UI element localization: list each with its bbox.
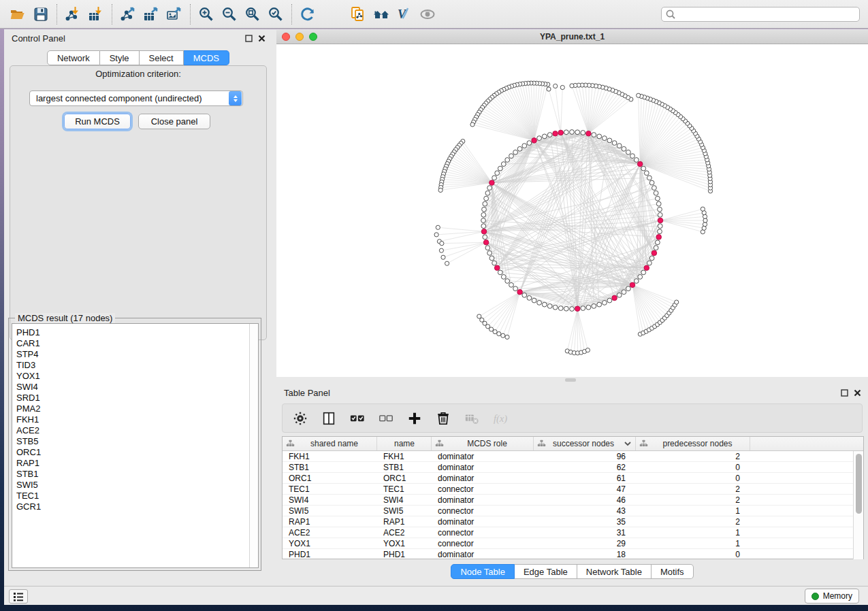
columns-button[interactable] — [319, 409, 338, 428]
org-chart-icon — [286, 440, 295, 448]
tab-network[interactable]: Network — [47, 50, 100, 65]
memory-button[interactable]: Memory — [805, 589, 859, 604]
tab-edge-table[interactable]: Edge Table — [515, 564, 577, 579]
close-panel-icon[interactable] — [258, 35, 266, 42]
import-network-button[interactable] — [61, 3, 84, 26]
result-node: RAP1 — [16, 458, 258, 469]
result-list-scrollbar[interactable] — [249, 324, 258, 567]
zoom-fit-button[interactable] — [241, 3, 264, 26]
column-header-name[interactable]: name — [377, 437, 432, 450]
optimization-criterion-select[interactable]: largest connected component (undirected) — [29, 90, 243, 106]
import-table-button[interactable] — [84, 3, 108, 26]
mcds-result-title: MCDS result (17 nodes) — [15, 313, 115, 323]
optimization-criterion-value: largest connected component (undirected) — [30, 93, 229, 103]
toolbar-separator — [291, 4, 292, 24]
vizmapper-icon: V — [396, 6, 413, 22]
table-cell: connector — [432, 506, 534, 516]
tab-mcds[interactable]: MCDS — [184, 50, 229, 65]
task-list-button[interactable] — [9, 589, 28, 604]
control-panel: Control Panel NetworkStyleSelectMCDS Opt… — [4, 29, 272, 586]
gear-button[interactable] — [291, 409, 310, 428]
checkbox-checked-button[interactable] — [348, 409, 367, 428]
network-window: YPA_prune.txt_1 — [276, 30, 868, 377]
hide-preview-icon — [419, 6, 436, 22]
tab-style[interactable]: Style — [100, 50, 140, 65]
zoom-in-icon — [198, 6, 214, 22]
export-image-button[interactable] — [163, 3, 186, 26]
table-cell: 1 — [636, 506, 750, 516]
zoom-fit-icon — [244, 6, 261, 22]
run-mcds-button[interactable]: Run MCDS — [64, 114, 131, 129]
table-cell: YOX1 — [283, 538, 377, 548]
column-header-shared-name[interactable]: shared name — [283, 437, 377, 450]
table-panel-header: Table Panel — [276, 384, 868, 401]
open-file-button[interactable] — [6, 3, 29, 26]
table-cell: STB1 — [283, 462, 377, 472]
table-cell: dominator — [432, 451, 534, 461]
tab-network-table[interactable]: Network Table — [577, 564, 652, 579]
zoom-in-button[interactable] — [195, 3, 218, 26]
table-row[interactable]: ACE2ACE2connector311 — [283, 527, 863, 538]
table-cell: dominator — [432, 495, 534, 505]
table-row[interactable]: SWI5SWI5connector431 — [283, 506, 863, 516]
table-row[interactable]: TEC1TEC1connector472 — [283, 484, 863, 495]
save-session-icon — [33, 6, 49, 22]
export-table-button[interactable] — [140, 3, 163, 26]
table-scrollbar[interactable] — [853, 451, 863, 559]
tab-select[interactable]: Select — [140, 50, 184, 65]
table-panel: Table Panel f(x) shared namenameMCDS rol… — [276, 384, 868, 586]
vizmapper-button[interactable]: V — [393, 3, 416, 26]
close-panel-icon[interactable] — [854, 389, 861, 397]
zoom-out-button[interactable] — [218, 3, 241, 26]
add-column-button[interactable] — [405, 409, 424, 428]
save-session-button[interactable] — [29, 3, 52, 26]
search-input[interactable] — [661, 7, 860, 22]
main-toolbar: V — [0, 0, 868, 29]
column-header-predecessor-nodes[interactable]: predecessor nodes — [636, 437, 750, 450]
function-builder-button: f(x) — [491, 409, 510, 428]
horizontal-splitter-handle[interactable] — [565, 378, 576, 382]
float-window-icon[interactable] — [245, 35, 253, 42]
table-scrollbar-thumb[interactable] — [856, 454, 862, 514]
table-cell: RAP1 — [377, 516, 432, 527]
tab-motifs[interactable]: Motifs — [652, 564, 694, 579]
search-icon — [665, 9, 675, 19]
table-row[interactable]: RAP1RAP1dominator352 — [283, 516, 863, 527]
mcds-result-groupbox: MCDS result (17 nodes) PHD1CAR1STP4TID3Y… — [8, 318, 261, 571]
tab-node-table[interactable]: Node Table — [451, 564, 515, 579]
close-panel-button[interactable]: Close panel — [138, 114, 210, 129]
network-canvas[interactable] — [276, 44, 868, 377]
result-node: TID3 — [16, 360, 258, 371]
table-row[interactable]: PHD1PHD1dominator180 — [283, 549, 863, 559]
table-cell: connector — [432, 484, 534, 494]
result-node: CAR1 — [16, 338, 258, 349]
delete-column-button[interactable] — [434, 409, 453, 428]
column-header-MCDS-role[interactable]: MCDS role — [432, 437, 534, 450]
network-window-title: YPA_prune.txt_1 — [276, 32, 868, 42]
org-chart-icon — [435, 440, 444, 448]
share-document-button[interactable] — [347, 3, 370, 26]
float-window-icon[interactable] — [841, 389, 848, 397]
refresh-view-button[interactable] — [296, 3, 319, 26]
checkbox-unchecked-button[interactable] — [376, 409, 396, 428]
mcds-result-list[interactable]: PHD1CAR1STP4TID3YOX1SWI4SRD1PMA2FKH1ACE2… — [12, 323, 259, 568]
import-table-icon — [88, 6, 104, 22]
hide-preview-button[interactable] — [416, 3, 439, 26]
table-cell: 2 — [636, 451, 750, 461]
export-network-button[interactable] — [116, 3, 140, 26]
table-cell: 96 — [534, 451, 636, 461]
table-row[interactable]: YOX1YOX1connector291 — [283, 538, 863, 549]
table-row[interactable]: FKH1FKH1dominator962 — [283, 451, 863, 462]
table-row[interactable]: SWI4SWI4dominator462 — [283, 495, 863, 506]
table-row[interactable]: ORC1ORC1dominator610 — [283, 473, 863, 484]
table-cell: 0 — [636, 462, 750, 472]
node-table-body: FKH1FKH1dominator962STB1STB1dominator620… — [283, 451, 863, 559]
column-header-successor-nodes[interactable]: successor nodes — [534, 437, 636, 450]
table-cell: SWI5 — [377, 506, 432, 516]
zoom-selected-button[interactable] — [264, 3, 287, 26]
table-row[interactable]: STB1STB1dominator620 — [283, 462, 863, 473]
home-view-button[interactable] — [370, 3, 393, 26]
table-cell: dominator — [432, 549, 534, 559]
network-window-titlebar[interactable]: YPA_prune.txt_1 — [276, 30, 868, 44]
delete-table-button — [462, 409, 481, 428]
